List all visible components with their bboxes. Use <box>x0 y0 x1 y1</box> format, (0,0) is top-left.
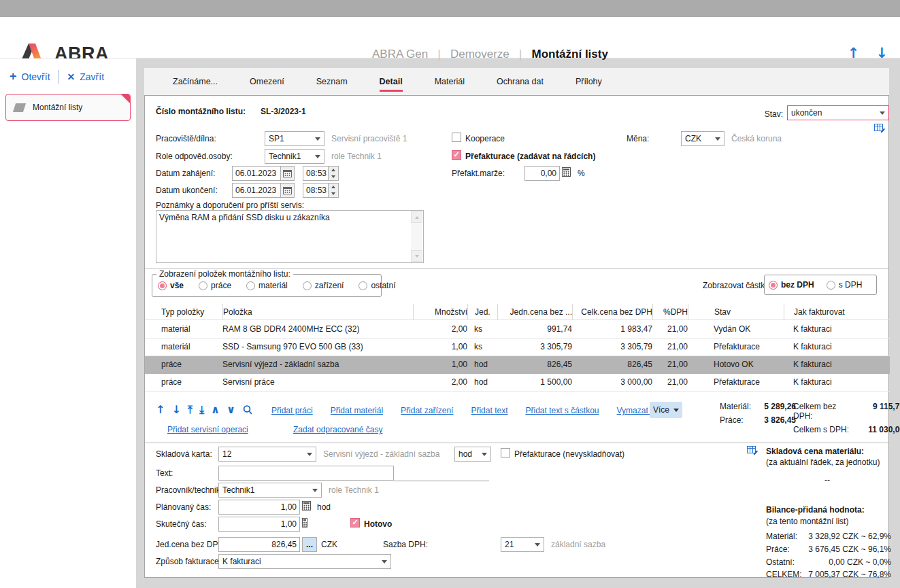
radio-vse[interactable]: vše <box>158 281 184 290</box>
column-header[interactable]: Jak fakturovat <box>784 304 890 319</box>
work-total-value: 3 826,45 <box>755 415 796 425</box>
column-header[interactable]: Jedn.cena bez ... <box>497 304 572 319</box>
hotovo-checkbox[interactable] <box>350 518 360 528</box>
prefakturace-checkbox[interactable] <box>452 150 461 160</box>
sidebar: + Otevřít ✕ Zavřít Montážní listy <box>0 58 136 588</box>
unit-price-input[interactable] <box>218 537 300 552</box>
tab-omezeni[interactable]: Omezení <box>250 68 284 95</box>
radio-zarizeni[interactable]: zařízení <box>303 281 344 290</box>
prefakturace-row-checkbox[interactable] <box>501 448 510 457</box>
vat-rate-select[interactable]: 21 <box>501 537 544 552</box>
currency-label: Měna: <box>627 134 649 143</box>
workplace-select[interactable]: SP1 <box>265 131 324 146</box>
tab-detail[interactable]: Detail <box>380 68 403 95</box>
close-button[interactable]: ✕ Zavřít <box>67 71 105 82</box>
move-down-icon[interactable]: ↓ <box>171 403 180 416</box>
end-date-input[interactable]: 06.01.2023 <box>232 183 281 198</box>
more-button[interactable]: Více <box>650 402 682 418</box>
next-record-icon[interactable]: ↓ <box>876 45 888 61</box>
start-time-input[interactable]: 08:53 <box>303 166 329 181</box>
close-icon: ✕ <box>67 71 76 82</box>
tab-prilohy[interactable]: Přílohy <box>576 68 602 95</box>
calculator-icon[interactable] <box>302 518 307 530</box>
price-lookup-button[interactable]: ... <box>302 537 317 552</box>
add-work-link[interactable]: Přidat práci <box>271 406 313 415</box>
radio-ostatni[interactable]: ostatní <box>359 281 395 290</box>
notes-scrollbar[interactable] <box>411 211 422 262</box>
move-to-top-icon[interactable]: ⤒ <box>188 403 193 416</box>
time-spinner <box>329 183 339 198</box>
add-service-operation-link[interactable]: Přidat servisní operaci <box>167 425 248 434</box>
stock-card-select[interactable]: 12 <box>218 447 316 462</box>
search-icon[interactable] <box>242 404 253 415</box>
planned-time-input[interactable] <box>218 500 300 515</box>
spin-up-icon[interactable] <box>329 184 338 190</box>
column-header[interactable]: Typ položky <box>145 304 222 319</box>
spin-up-icon[interactable] <box>329 167 338 173</box>
column-header[interactable]: Jed. <box>467 304 497 319</box>
scroll-down-icon[interactable] <box>411 250 422 262</box>
tab-material[interactable]: Materiál <box>435 68 465 95</box>
tab-seznam[interactable]: Seznam <box>316 68 348 95</box>
table-row[interactable]: materiál SSD - Samsung 970 EVO 500 GB (3… <box>145 339 890 356</box>
edit-grid-icon[interactable] <box>874 123 886 135</box>
text-input[interactable] <box>218 466 394 481</box>
kooperace-checkbox[interactable] <box>452 133 461 142</box>
add-text-amount-link[interactable]: Přidat text s částkou <box>525 406 599 415</box>
edit-grid-icon[interactable] <box>747 445 759 457</box>
billing-method-value: K fakturaci <box>222 557 261 566</box>
role-select[interactable]: Technik1 <box>265 149 324 164</box>
table-row[interactable]: materiál RAM 8 GB DDR4 2400MHz ECC (32) … <box>145 321 890 339</box>
tab-ochrana-dat[interactable]: Ochrana dat <box>497 68 544 95</box>
end-time-input[interactable]: 08:53 <box>303 183 329 198</box>
move-to-bottom-icon[interactable]: ⤓ <box>199 403 204 416</box>
notes-textarea[interactable]: Výměna RAM a přidání SSD disku u zákazní… <box>156 210 424 263</box>
vat-rate-label: Sazba DPH: <box>383 540 428 549</box>
calculator-icon[interactable] <box>562 167 571 179</box>
column-header[interactable]: Celk.cena bez DPH <box>572 304 652 319</box>
column-header[interactable]: Stav <box>688 304 784 319</box>
column-header[interactable]: Množství <box>413 304 467 319</box>
add-text-link[interactable]: Přidat text <box>471 406 507 415</box>
column-header[interactable]: %DPH <box>652 304 688 319</box>
radio-material[interactable]: materiál <box>246 281 288 290</box>
balance-title: Bilance-přidaná hodnota: <box>766 505 865 515</box>
scroll-up-icon[interactable] <box>411 211 422 223</box>
add-material-link[interactable]: Přidat materiál <box>331 406 383 415</box>
sidebar-item-montazni-listy[interactable]: Montážní listy <box>5 94 131 121</box>
tab-zaciname[interactable]: Začínáme... <box>173 68 218 95</box>
start-date-input[interactable]: 06.01.2023 <box>232 166 281 181</box>
stock-card-label: Skladová karta: <box>156 449 212 459</box>
enter-worked-hours-link[interactable]: Zadat odpracované časy <box>293 425 382 434</box>
radio-prace[interactable]: práce <box>199 281 231 290</box>
collapse-icon[interactable]: ∧ <box>211 403 220 416</box>
status-select[interactable]: ukončen <box>787 105 889 120</box>
document-number-value: SL-3/2023-1 <box>261 107 306 116</box>
calculator-icon[interactable] <box>302 501 311 513</box>
radio-bez-dph[interactable]: bez DPH <box>769 280 814 290</box>
totals-left: Materiál:5 289,26 Práce:3 826,45 <box>720 402 796 429</box>
margin-input[interactable] <box>524 166 560 181</box>
technician-select[interactable]: Technik1 <box>218 483 322 498</box>
add-device-link[interactable]: Přidat zařízení <box>401 406 453 415</box>
radio-s-dph[interactable]: s DPH <box>827 280 863 290</box>
spin-down-icon[interactable] <box>329 173 338 180</box>
show-amounts-label: Zobrazovat částky <box>703 281 769 290</box>
inline-underline-field[interactable] <box>394 481 489 481</box>
currency-select[interactable]: CZK <box>681 131 724 146</box>
actual-time-input[interactable] <box>218 517 300 532</box>
previous-record-icon[interactable]: ↑ <box>848 45 860 61</box>
billing-method-select[interactable]: K fakturaci <box>218 554 391 569</box>
breadcrumb-app[interactable]: ABRA Gen <box>372 48 428 61</box>
open-button[interactable]: + Otevřít <box>10 69 50 84</box>
move-up-icon[interactable]: ↑ <box>156 403 165 416</box>
table-row[interactable]: práce Servisní práce 2,00 hod 1 500,00 3… <box>145 374 890 392</box>
unit-select[interactable]: hod <box>454 447 491 462</box>
column-header[interactable]: Položka <box>222 304 413 319</box>
spin-down-icon[interactable] <box>329 190 338 197</box>
calendar-icon[interactable] <box>281 183 295 198</box>
calendar-icon[interactable] <box>281 166 295 181</box>
expand-icon[interactable]: ∨ <box>227 403 235 416</box>
breadcrumb-env[interactable]: Demoverze <box>450 48 510 61</box>
table-row-selected[interactable]: práce Servisní výjezd - základní sazba 1… <box>145 356 890 374</box>
